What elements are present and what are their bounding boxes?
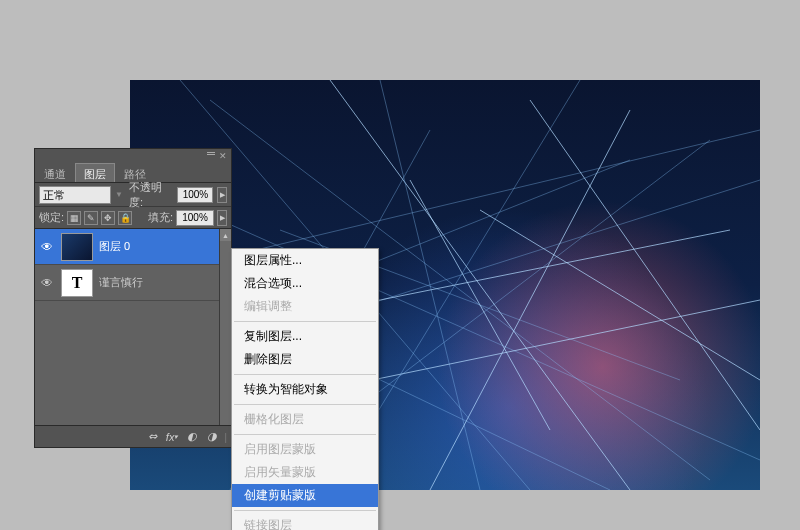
fill-input[interactable]: 100%	[176, 210, 214, 226]
layer-name[interactable]: 谨言慎行	[99, 275, 143, 290]
collapse-icon[interactable]	[207, 152, 215, 160]
lock-position-icon[interactable]: ✥	[101, 211, 115, 225]
svg-line-18	[410, 180, 550, 430]
layers-list: 👁 图层 0 👁 T 谨言慎行 ▲	[35, 229, 231, 425]
adjustment-icon[interactable]: ◑	[204, 430, 220, 444]
context-menu: 图层属性... 混合选项... 编辑调整 复制图层... 删除图层 转换为智能对…	[231, 248, 379, 530]
close-icon[interactable]: ✕	[219, 151, 227, 161]
svg-line-5	[530, 100, 760, 430]
menu-separator	[234, 434, 376, 435]
opacity-label: 不透明度:	[129, 180, 173, 210]
tab-channels[interactable]: 通道	[35, 163, 75, 182]
menu-enable-layer-mask: 启用图层蒙版	[232, 438, 378, 461]
menu-rasterize-layer: 栅格化图层	[232, 408, 378, 431]
layers-panel: ✕ 通道 图层 路径 正常 ▼ 不透明度: 100% ▶ 锁定: ▦ ✎ ✥ 🔒…	[34, 148, 232, 448]
layer-thumbnail[interactable]	[61, 233, 93, 261]
lock-all-icon[interactable]: 🔒	[118, 211, 132, 225]
menu-blending-options[interactable]: 混合选项...	[232, 272, 378, 295]
layer-name[interactable]: 图层 0	[99, 239, 130, 254]
tab-layers[interactable]: 图层	[75, 163, 115, 182]
blend-mode-select[interactable]: 正常	[39, 186, 111, 204]
menu-separator	[234, 374, 376, 375]
menu-duplicate-layer[interactable]: 复制图层...	[232, 325, 378, 348]
layer-row[interactable]: 👁 图层 0	[35, 229, 231, 265]
fill-flyout-icon[interactable]: ▶	[217, 210, 227, 226]
opacity-input[interactable]: 100%	[177, 187, 213, 203]
scrollbar[interactable]: ▲	[219, 229, 231, 425]
opacity-flyout-icon[interactable]: ▶	[217, 187, 227, 203]
fx-icon[interactable]: fx▾	[164, 430, 180, 444]
fill-label: 填充:	[148, 210, 173, 225]
scroll-up-icon[interactable]: ▲	[220, 229, 231, 241]
link-icon[interactable]: ⇔	[144, 430, 160, 444]
menu-link-layers: 链接图层	[232, 514, 378, 530]
svg-line-9	[380, 80, 480, 490]
menu-edit-adjustment: 编辑调整	[232, 295, 378, 318]
separator: |	[224, 431, 227, 443]
layer-thumbnail[interactable]: T	[61, 269, 93, 297]
svg-line-13	[430, 110, 630, 490]
menu-create-clipping-mask[interactable]: 创建剪贴蒙版	[232, 484, 378, 507]
menu-separator	[234, 510, 376, 511]
mask-icon[interactable]: ◐	[184, 430, 200, 444]
panel-bottom-toolbar: ⇔ fx▾ ◐ ◑ |	[35, 425, 231, 447]
menu-delete-layer[interactable]: 删除图层	[232, 348, 378, 371]
menu-layer-properties[interactable]: 图层属性...	[232, 249, 378, 272]
menu-convert-smart-object[interactable]: 转换为智能对象	[232, 378, 378, 401]
menu-separator	[234, 404, 376, 405]
lock-transparent-icon[interactable]: ▦	[67, 211, 81, 225]
menu-separator	[234, 321, 376, 322]
chevron-down-icon: ▼	[115, 190, 123, 199]
visibility-icon[interactable]: 👁	[39, 239, 55, 255]
lock-label: 锁定:	[39, 210, 64, 225]
lock-pixels-icon[interactable]: ✎	[84, 211, 98, 225]
visibility-icon[interactable]: 👁	[39, 275, 55, 291]
menu-enable-vector-mask: 启用矢量蒙版	[232, 461, 378, 484]
layer-row[interactable]: 👁 T 谨言慎行	[35, 265, 231, 301]
